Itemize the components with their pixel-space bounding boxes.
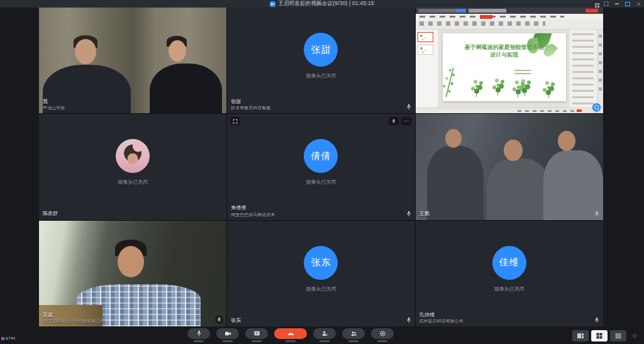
watermark: ETRI: [1, 336, 16, 340]
toolbar-label-clipped: [223, 340, 233, 342]
record-button[interactable]: [371, 328, 394, 339]
camera-off-status: 摄像头已关闭: [494, 286, 525, 292]
participant-tile-zhangdong[interactable]: 张东 摄像头已关闭 张东: [227, 221, 414, 326]
slide-canvas: 基于树莓派的家庭智能管理系统设计与实现: [439, 30, 569, 108]
slide-subtitle-placeholder: [514, 70, 531, 71]
plant-decoration: [517, 86, 519, 88]
camera-off-status: 摄像头已关闭: [306, 72, 336, 79]
wps-tab-bar: [416, 8, 603, 14]
participant-label: 张东: [231, 318, 241, 324]
meeting-toolbar: [187, 328, 394, 342]
participant-tile-leiting[interactable]: 雷霆 浙江省机电设计研究院有限公司: [39, 221, 226, 326]
avatar-area: 倩倩 摄像头已关闭: [227, 114, 414, 219]
mic-status-icon: [594, 317, 599, 323]
toolbar-label-clipped: [377, 340, 387, 342]
participant-name: 雷霆: [43, 312, 104, 318]
toolbar-label-clipped: [252, 340, 262, 342]
plant-decoration: [523, 84, 526, 87]
participant-tile-kongjiawei[interactable]: 佳维 摄像头已关闭 孔佳维 杭州蓝尔科技有限公司: [416, 221, 603, 326]
participant-name: 朱倩倩: [231, 205, 275, 211]
participant-label: 我 平顶山学院: [43, 99, 65, 111]
record-item: [371, 328, 394, 342]
list-view-button[interactable]: [610, 330, 626, 341]
wps-properties-panel: [569, 30, 597, 108]
settings-icon[interactable]: [633, 334, 636, 338]
shared-wps-window: 基于树莓派的家庭智能管理系统设计与实现: [416, 8, 603, 113]
toolbar-label-clipped: [319, 340, 330, 342]
video-scene-decoration: [427, 146, 484, 220]
gallery-view-button[interactable]: [591, 330, 608, 341]
audio-status-icon: [215, 316, 223, 324]
participants-item: [342, 328, 365, 342]
video-scene-decoration: [558, 131, 575, 151]
video-grid: 我 平顶山学院 张甜 摄像头已关闭 张甜 好未来教育科技集团: [39, 8, 603, 326]
participant-tile-screen-share[interactable]: 基于树莓派的家庭智能管理系统设计与实现: [416, 8, 603, 113]
avatar-area: 摄像头已关闭: [39, 114, 226, 219]
minimize-icon[interactable]: [614, 0, 620, 8]
video-scene-decoration: [487, 158, 550, 220]
chat-button[interactable]: [245, 328, 268, 339]
slide: 基于树莓派的家庭智能管理系统设计与实现: [443, 33, 566, 101]
participant-tile-zhuqianqian[interactable]: ⋯ 倩倩 摄像头已关闭 朱倩倩 阿里巴巴斑马网络技术: [227, 114, 414, 219]
watermark-logo-icon: [1, 337, 4, 340]
mic-status-icon: [406, 211, 411, 217]
member-manage-button[interactable]: [313, 328, 336, 339]
slide-thumbnail-selected: [418, 32, 433, 42]
microphone-button[interactable]: [187, 328, 210, 339]
video-scene-decoration: [75, 39, 96, 64]
speaker-view-button[interactable]: [572, 330, 589, 341]
participant-org: 平顶山学院: [43, 105, 65, 111]
camera-item: [216, 328, 239, 342]
close-icon[interactable]: [635, 0, 641, 8]
window-controls: [592, 0, 641, 8]
end-call-button[interactable]: [274, 328, 307, 339]
video-scene-decoration: [150, 64, 222, 113]
avatar: 佳维: [492, 246, 526, 280]
participant-tile-zhangtian[interactable]: 张甜 摄像头已关闭 张甜 好未来教育科技集团: [227, 8, 414, 113]
participant-label: 张甜 好未来教育科技集团: [231, 99, 270, 111]
participant-name: 张甜: [231, 99, 270, 105]
chat-item: [245, 328, 268, 342]
participant-name: 张东: [231, 318, 241, 324]
slide-title: 基于树莓派的家庭智能管理系统设计与实现: [464, 43, 545, 58]
participant-tile-chenyishu[interactable]: 摄像头已关闭 陈奕舒: [39, 114, 226, 219]
fullscreen-icon[interactable]: [603, 0, 609, 8]
maximize-icon[interactable]: [625, 0, 631, 8]
view-controls: [572, 330, 626, 341]
slide-thumbnail-panel: [416, 30, 439, 108]
tile-more-icon[interactable]: ⋯: [401, 117, 411, 125]
tile-mic-button[interactable]: [389, 117, 399, 125]
toolbar-label-clipped: [194, 340, 204, 342]
video-scene-decoration: [118, 246, 144, 277]
participant-label: 朱倩倩 阿里巴巴斑马网络技术: [231, 205, 275, 217]
mic-status-icon: [406, 104, 411, 110]
camera-button[interactable]: [216, 328, 239, 339]
wps-side-toolbar: [597, 30, 603, 108]
member-manage-item: [313, 328, 336, 342]
toolbar-label-clipped: [286, 340, 296, 342]
participant-name: 我: [43, 99, 65, 105]
tile-expand-icon[interactable]: [230, 117, 240, 125]
toolbar-label-clipped: [348, 340, 358, 342]
titlebar: 王启明发起的视频会议(9/30) | 01:45:15: [0, 0, 644, 8]
participant-label: 陈奕舒: [43, 211, 58, 217]
bottom-bar: ETRI: [0, 326, 644, 344]
camera-off-status: 摄像头已关闭: [306, 179, 336, 186]
video-scene-decoration: [543, 150, 603, 220]
participant-org: 好未来教育科技集团: [231, 105, 270, 111]
video-scene-decoration: [445, 129, 462, 148]
participant-name: 陈奕舒: [43, 211, 58, 217]
participant-tile-self[interactable]: 我 平顶山学院: [39, 8, 226, 113]
layout-grid-icon[interactable]: [592, 0, 599, 8]
participant-tile-wangpeng[interactable]: 王鹏: [416, 114, 603, 219]
participant-name: 孔佳维: [419, 312, 464, 318]
participant-name: 王鹏: [419, 211, 430, 217]
branch-decoration: [445, 68, 454, 97]
plant-decoration: [547, 86, 550, 89]
participants-button[interactable]: [342, 328, 365, 339]
avatar-area: 佳维 摄像头已关闭: [416, 221, 603, 326]
participant-label: 王鹏: [419, 211, 430, 217]
mic-status-icon: [594, 211, 599, 217]
participant-label: 孔佳维 杭州蓝尔科技有限公司: [419, 312, 464, 324]
participant-org: 阿里巴巴斑马网络技术: [231, 212, 275, 218]
